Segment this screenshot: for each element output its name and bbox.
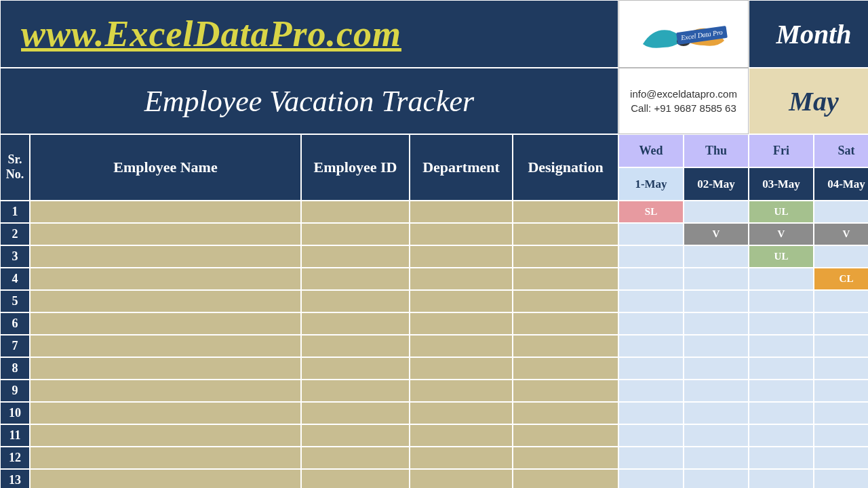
- calendar-cell[interactable]: [684, 469, 749, 488]
- employee-cell[interactable]: [513, 245, 618, 268]
- employee-cell[interactable]: [30, 380, 301, 402]
- calendar-cell[interactable]: [618, 380, 684, 402]
- calendar-cell[interactable]: V: [814, 223, 868, 245]
- employee-cell[interactable]: [410, 335, 513, 357]
- calendar-cell[interactable]: UL: [749, 201, 814, 223]
- calendar-cell[interactable]: [618, 268, 684, 290]
- calendar-cell[interactable]: [684, 357, 749, 380]
- employee-cell[interactable]: [301, 201, 410, 223]
- employee-cell[interactable]: [301, 402, 410, 424]
- employee-cell[interactable]: [513, 447, 618, 469]
- employee-cell[interactable]: [30, 201, 301, 223]
- calendar-cell[interactable]: [814, 380, 868, 402]
- calendar-cell[interactable]: [618, 335, 684, 357]
- calendar-cell[interactable]: [684, 424, 749, 447]
- calendar-cell[interactable]: [749, 268, 814, 290]
- employee-cell[interactable]: [301, 290, 410, 312]
- employee-cell[interactable]: [410, 312, 513, 335]
- employee-cell[interactable]: [513, 201, 618, 223]
- calendar-cell[interactable]: [618, 402, 684, 424]
- employee-cell[interactable]: [30, 402, 301, 424]
- employee-cell[interactable]: [30, 447, 301, 469]
- calendar-cell[interactable]: [684, 402, 749, 424]
- employee-cell[interactable]: [301, 380, 410, 402]
- calendar-cell[interactable]: [749, 469, 814, 488]
- employee-cell[interactable]: [30, 357, 301, 380]
- employee-cell[interactable]: [301, 469, 410, 488]
- employee-cell[interactable]: [301, 357, 410, 380]
- employee-cell[interactable]: [30, 268, 301, 290]
- calendar-cell[interactable]: UL: [749, 245, 814, 268]
- calendar-cell[interactable]: [814, 245, 868, 268]
- calendar-cell[interactable]: [684, 201, 749, 223]
- employee-cell[interactable]: [410, 402, 513, 424]
- calendar-cell[interactable]: [814, 447, 868, 469]
- employee-cell[interactable]: [513, 268, 618, 290]
- calendar-cell[interactable]: [749, 312, 814, 335]
- employee-cell[interactable]: [301, 424, 410, 447]
- employee-cell[interactable]: [301, 268, 410, 290]
- calendar-cell[interactable]: [749, 290, 814, 312]
- employee-cell[interactable]: [410, 447, 513, 469]
- employee-cell[interactable]: [513, 402, 618, 424]
- calendar-cell[interactable]: V: [749, 223, 814, 245]
- calendar-cell[interactable]: [618, 447, 684, 469]
- calendar-cell[interactable]: [749, 424, 814, 447]
- employee-cell[interactable]: [410, 424, 513, 447]
- employee-cell[interactable]: [513, 469, 618, 488]
- calendar-cell[interactable]: [814, 424, 868, 447]
- employee-cell[interactable]: [30, 245, 301, 268]
- calendar-cell[interactable]: [618, 223, 684, 245]
- calendar-cell[interactable]: [618, 357, 684, 380]
- calendar-cell[interactable]: V: [684, 223, 749, 245]
- calendar-cell[interactable]: [814, 357, 868, 380]
- employee-cell[interactable]: [301, 447, 410, 469]
- calendar-cell[interactable]: [618, 312, 684, 335]
- calendar-cell[interactable]: [618, 245, 684, 268]
- employee-cell[interactable]: [513, 312, 618, 335]
- calendar-cell[interactable]: [814, 201, 868, 223]
- calendar-cell[interactable]: [814, 469, 868, 488]
- calendar-cell[interactable]: [749, 447, 814, 469]
- employee-cell[interactable]: [513, 424, 618, 447]
- calendar-cell[interactable]: [684, 447, 749, 469]
- employee-cell[interactable]: [410, 223, 513, 245]
- calendar-cell[interactable]: SL: [618, 201, 684, 223]
- calendar-cell[interactable]: [684, 245, 749, 268]
- employee-cell[interactable]: [30, 424, 301, 447]
- calendar-cell[interactable]: [618, 424, 684, 447]
- employee-cell[interactable]: [301, 335, 410, 357]
- employee-cell[interactable]: [410, 201, 513, 223]
- calendar-cell[interactable]: [684, 290, 749, 312]
- employee-cell[interactable]: [301, 223, 410, 245]
- calendar-cell[interactable]: [749, 380, 814, 402]
- employee-cell[interactable]: [513, 357, 618, 380]
- calendar-cell[interactable]: [749, 335, 814, 357]
- calendar-cell[interactable]: [684, 335, 749, 357]
- calendar-cell[interactable]: [749, 402, 814, 424]
- employee-cell[interactable]: [30, 335, 301, 357]
- calendar-cell[interactable]: [814, 402, 868, 424]
- employee-cell[interactable]: [410, 245, 513, 268]
- employee-cell[interactable]: [410, 380, 513, 402]
- calendar-cell[interactable]: [749, 357, 814, 380]
- calendar-cell[interactable]: [814, 335, 868, 357]
- employee-cell[interactable]: [30, 312, 301, 335]
- employee-cell[interactable]: [410, 268, 513, 290]
- employee-cell[interactable]: [410, 357, 513, 380]
- calendar-cell[interactable]: [618, 469, 684, 488]
- employee-cell[interactable]: [513, 290, 618, 312]
- employee-cell[interactable]: [513, 380, 618, 402]
- employee-cell[interactable]: [30, 469, 301, 488]
- employee-cell[interactable]: [513, 223, 618, 245]
- employee-cell[interactable]: [513, 335, 618, 357]
- employee-cell[interactable]: [30, 223, 301, 245]
- employee-cell[interactable]: [410, 290, 513, 312]
- calendar-cell[interactable]: [684, 312, 749, 335]
- calendar-cell[interactable]: [814, 290, 868, 312]
- calendar-cell[interactable]: [684, 268, 749, 290]
- employee-cell[interactable]: [30, 290, 301, 312]
- calendar-cell[interactable]: CL: [814, 268, 868, 290]
- calendar-cell[interactable]: [618, 290, 684, 312]
- employee-cell[interactable]: [301, 312, 410, 335]
